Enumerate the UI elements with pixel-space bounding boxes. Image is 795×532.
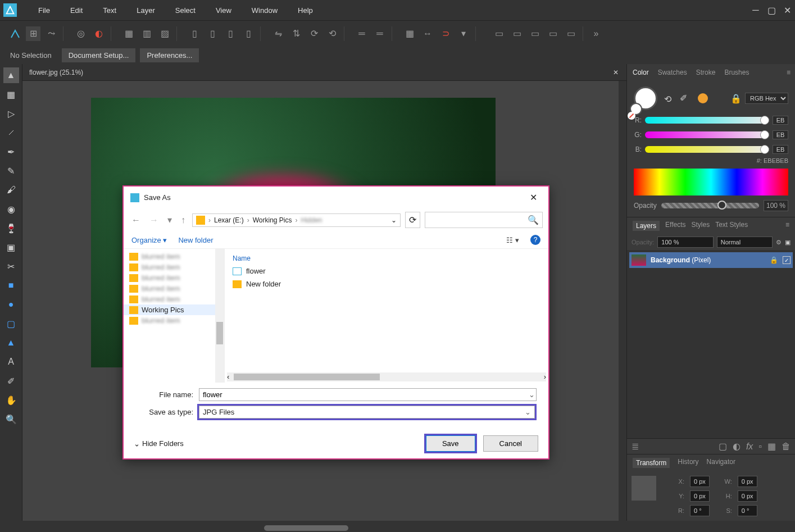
add-layer-icon[interactable]: ▫ bbox=[758, 442, 762, 452]
transparency-tool[interactable]: 🍷 bbox=[3, 220, 19, 236]
canvas-hscroll[interactable] bbox=[22, 524, 626, 532]
nav-recent-dropdown[interactable]: ▾ bbox=[165, 212, 174, 228]
layer-settings-icon[interactable]: ⚙ bbox=[776, 239, 782, 246]
arrange-4-icon[interactable]: ▭ bbox=[546, 26, 560, 41]
opacity-slider[interactable] bbox=[661, 203, 759, 208]
arrange-3-icon[interactable]: ▭ bbox=[528, 26, 542, 41]
filename-input[interactable] bbox=[199, 388, 537, 401]
menu-window[interactable]: Window bbox=[242, 2, 288, 19]
distribute-1-icon[interactable]: ═ bbox=[355, 26, 369, 41]
menu-text[interactable]: Text bbox=[93, 2, 126, 19]
tree-node-working-pics[interactable]: Working Pics bbox=[124, 304, 224, 315]
opacity-value[interactable]: 100 % bbox=[764, 200, 788, 211]
arrange-1-icon[interactable]: ▭ bbox=[492, 26, 506, 41]
color-well[interactable] bbox=[634, 87, 657, 110]
address-bar[interactable]: › Lexar (E:) › Working Pics › Hidden ⌄ bbox=[192, 213, 401, 227]
view-options-button[interactable]: ☷ ▾ bbox=[506, 236, 519, 244]
filelist-scrollbar[interactable]: ‹› bbox=[227, 372, 546, 381]
select-grid-icon[interactable]: ▥ bbox=[139, 26, 154, 41]
s-field[interactable]: 0 ° bbox=[738, 505, 757, 516]
crumb-dropdown-icon[interactable]: ⌄ bbox=[391, 216, 397, 224]
corner-tool[interactable]: ⟋ bbox=[3, 125, 19, 140]
text-tool[interactable]: A bbox=[3, 354, 19, 370]
crumb-drive[interactable]: Lexar (E:) bbox=[214, 216, 244, 224]
adjustment-icon[interactable]: ◐ bbox=[733, 441, 741, 452]
lock-icon[interactable]: 🔒 bbox=[730, 93, 742, 104]
new-folder-button[interactable]: New folder bbox=[178, 236, 213, 244]
fx-icon[interactable]: fx bbox=[746, 442, 753, 452]
snap-axis-icon[interactable]: ↔ bbox=[420, 26, 435, 41]
h-field[interactable]: 0 px bbox=[738, 490, 757, 502]
filename-dropdown-icon[interactable]: ⌄ bbox=[529, 390, 535, 399]
hue-strip[interactable] bbox=[634, 169, 788, 195]
snap-dropdown-icon[interactable]: ▾ bbox=[456, 26, 471, 41]
tab-effects[interactable]: Effects bbox=[665, 221, 685, 231]
eyedropper-tool[interactable]: ✐ bbox=[3, 373, 19, 389]
tab-styles[interactable]: Styles bbox=[692, 221, 710, 231]
window-close-button[interactable]: ✕ bbox=[779, 2, 795, 18]
align-1-icon[interactable]: ▯ bbox=[187, 26, 202, 41]
align-3-icon[interactable]: ▯ bbox=[223, 26, 238, 41]
organize-menu[interactable]: Organize ▾ bbox=[131, 236, 167, 244]
toolbar-overflow-icon[interactable]: » bbox=[589, 26, 603, 41]
nav-forward-button[interactable]: → bbox=[147, 213, 161, 228]
g-value[interactable]: EB bbox=[773, 130, 788, 139]
rotate-ccw-icon[interactable]: ⟲ bbox=[325, 26, 339, 41]
tab-navigator[interactable]: Navigator bbox=[707, 458, 735, 468]
color-format-select[interactable]: RGB Hex bbox=[745, 93, 788, 104]
layer-lock-icon[interactable]: 🔒 bbox=[770, 256, 778, 264]
help-button[interactable]: ? bbox=[530, 235, 540, 245]
place-image-tool[interactable]: ▣ bbox=[3, 239, 19, 255]
g-slider[interactable] bbox=[645, 131, 769, 138]
delete-layer-icon[interactable]: 🗑 bbox=[782, 442, 791, 452]
panel-menu-icon[interactable]: ≡ bbox=[787, 69, 791, 76]
swap-colors-icon[interactable]: ⟲ bbox=[664, 94, 673, 103]
tab-text-styles[interactable]: Text Styles bbox=[715, 221, 748, 231]
select-all-icon[interactable]: ▦ bbox=[121, 26, 136, 41]
tab-history[interactable]: History bbox=[678, 458, 698, 468]
swatch-preview[interactable] bbox=[698, 93, 708, 103]
layers-stack-icon[interactable]: ≣ bbox=[632, 441, 639, 452]
artboard-tool[interactable]: ▦ bbox=[3, 87, 19, 102]
x-field[interactable]: 0 px bbox=[690, 476, 710, 487]
crop-tool[interactable]: ✂ bbox=[3, 258, 19, 274]
folder-tree[interactable]: blurred item blurred item blurred item b… bbox=[124, 249, 225, 383]
tab-color[interactable]: Color bbox=[632, 66, 650, 79]
w-field[interactable]: 0 px bbox=[738, 476, 757, 487]
no-color-icon[interactable] bbox=[628, 112, 635, 120]
rectangle-tool[interactable]: ■ bbox=[3, 278, 19, 293]
persona-logo-icon[interactable] bbox=[8, 26, 22, 41]
cancel-button[interactable]: Cancel bbox=[483, 435, 538, 452]
align-2-icon[interactable]: ▯ bbox=[205, 26, 220, 41]
anchor-grid[interactable] bbox=[632, 476, 656, 501]
hand-tool[interactable]: ✋ bbox=[3, 392, 19, 408]
refresh-button[interactable]: ⟳ bbox=[405, 212, 420, 228]
arrange-5-icon[interactable]: ▭ bbox=[564, 26, 578, 41]
distribute-2-icon[interactable]: ═ bbox=[372, 26, 387, 41]
menu-file[interactable]: File bbox=[28, 2, 60, 19]
hex-value[interactable]: #: EBEBEB bbox=[634, 157, 788, 164]
menu-edit[interactable]: Edit bbox=[60, 2, 93, 19]
file-item[interactable]: flower bbox=[230, 265, 543, 278]
link-icon[interactable]: ⤳ bbox=[44, 26, 58, 41]
document-setup-button[interactable]: Document Setup... bbox=[62, 48, 136, 62]
tab-layers[interactable]: Layers bbox=[633, 221, 660, 231]
file-list[interactable]: Name flower New folder ‹› bbox=[225, 249, 548, 383]
crumb-folder[interactable]: Working Pics bbox=[253, 216, 292, 224]
tab-transform[interactable]: Transform bbox=[633, 458, 670, 468]
select-point-icon[interactable]: ▨ bbox=[157, 26, 172, 41]
document-tab[interactable]: flower.jpg (25.1%) ✕ bbox=[22, 64, 626, 81]
layer-item[interactable]: Background (Pixel) 🔒 bbox=[629, 252, 793, 268]
b-value[interactable]: EB bbox=[773, 145, 788, 154]
group-icon[interactable]: ▦ bbox=[767, 441, 776, 452]
column-header-name[interactable]: Name bbox=[230, 252, 543, 265]
eyedropper-icon[interactable]: ✐ bbox=[680, 93, 691, 104]
document-tab-close-icon[interactable]: ✕ bbox=[605, 69, 626, 76]
tree-scrollbar[interactable] bbox=[215, 249, 224, 383]
nav-back-button[interactable]: ← bbox=[129, 213, 143, 228]
flip-h-icon[interactable]: ⇋ bbox=[271, 26, 285, 41]
dialog-close-button[interactable]: ✕ bbox=[525, 190, 542, 205]
menu-select[interactable]: Select bbox=[165, 2, 206, 19]
flip-v-icon[interactable]: ⇅ bbox=[289, 26, 303, 41]
hide-folders-toggle[interactable]: ⌃Hide Folders bbox=[134, 439, 184, 448]
